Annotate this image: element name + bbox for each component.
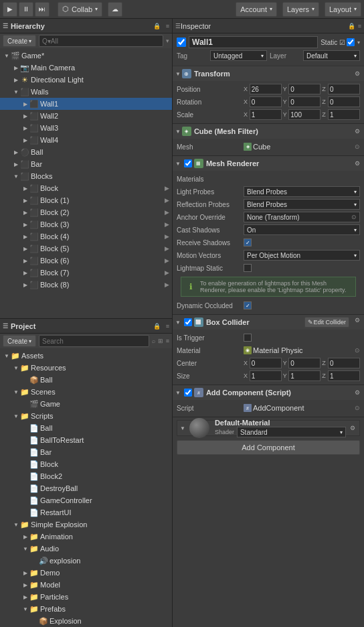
- expand-arrow-block3[interactable]: ▶: [21, 220, 29, 228]
- static-chevron[interactable]: ▾: [357, 40, 360, 46]
- expand-arrow-proj-prefabs[interactable]: ▼: [21, 605, 29, 613]
- hierarchy-search-input[interactable]: [39, 35, 163, 47]
- project-item-pref-explosion[interactable]: 📦 Explosion: [0, 615, 172, 627]
- mesh-filter-settings-icon[interactable]: ⚙: [353, 128, 361, 135]
- hierarchy-item-walls[interactable]: ▼ ⬛ Walls: [0, 86, 172, 98]
- expand-arrow-block6[interactable]: ▶: [21, 257, 29, 265]
- mesh-renderer-settings-icon[interactable]: ⚙: [353, 160, 361, 167]
- expand-arrow-wall2[interactable]: ▶: [21, 112, 29, 120]
- expand-arrow-proj-audio[interactable]: ▼: [21, 545, 29, 553]
- expand-arrow-block2[interactable]: ▶: [21, 208, 29, 216]
- project-item-res-ball[interactable]: 📦 Ball: [0, 374, 172, 386]
- center-z-input[interactable]: [328, 358, 360, 368]
- cast-shadows-dropdown[interactable]: On ▾: [244, 224, 360, 235]
- add-component-button[interactable]: Add Component: [177, 440, 360, 455]
- expand-arrow-walls[interactable]: ▼: [12, 88, 20, 96]
- hierarchy-item-block[interactable]: ▶ ⬛ Block ▶: [0, 182, 172, 194]
- project-layout-icon[interactable]: ⊞: [158, 338, 163, 344]
- transform-header[interactable]: ▼ ⊕ Transform ⚙: [173, 66, 364, 81]
- project-menu-icon2[interactable]: ≡: [166, 338, 169, 344]
- project-item-scr-block2[interactable]: 📄 Block2: [0, 470, 172, 482]
- expand-arrow-wall1[interactable]: ▶: [21, 100, 29, 108]
- expand-arrow-main-camera[interactable]: ▶: [12, 64, 20, 72]
- expand-arrow-block8[interactable]: ▶: [21, 281, 29, 289]
- add-component-script-header[interactable]: ▼ # Add Component (Script) ⚙: [173, 385, 364, 400]
- hierarchy-item-block7[interactable]: ▶ ⬛ Block (7) ▶: [0, 267, 172, 279]
- hierarchy-item-wall2[interactable]: ▶ ⬛ Wall2: [0, 110, 172, 122]
- collider-material-ref[interactable]: ◉ Material Physic: [244, 346, 355, 354]
- edit-collider-button[interactable]: ✎ Edit Collider: [304, 317, 349, 328]
- hierarchy-item-block2[interactable]: ▶ ⬛ Block (2) ▶: [0, 206, 172, 218]
- expand-arrow-proj-resources[interactable]: ▼: [12, 364, 20, 372]
- project-item-scr-block[interactable]: 📄 Block: [0, 458, 172, 470]
- size-z-input[interactable]: [328, 370, 360, 381]
- position-y-input[interactable]: [288, 84, 321, 94]
- account-button[interactable]: Account ▾: [236, 2, 277, 17]
- expand-arrow-ball[interactable]: ▶: [12, 148, 20, 156]
- expand-arrow-block4[interactable]: ▶: [21, 232, 29, 240]
- object-name-field[interactable]: [189, 36, 318, 48]
- project-item-scr-gamecontroller[interactable]: 📄 GameController: [0, 494, 172, 506]
- anchor-override-dropdown[interactable]: None (Transform) ⊙: [244, 212, 360, 222]
- light-probes-dropdown[interactable]: Blend Probes ▾: [244, 186, 360, 197]
- hierarchy-menu-icon[interactable]: ≡: [166, 23, 169, 29]
- expand-arrow-blocks[interactable]: ▼: [12, 172, 20, 180]
- mesh-select-icon[interactable]: ⊙: [355, 143, 360, 150]
- project-item-animation[interactable]: ▶ 📁 Animation: [0, 531, 172, 543]
- project-item-demo[interactable]: ▶ 📁 Demo: [0, 567, 172, 579]
- hierarchy-item-wall4[interactable]: ▶ ⬛ Wall4: [0, 134, 172, 146]
- expand-arrow-proj-scripts[interactable]: ▼: [12, 412, 20, 420]
- expand-arrow-directional-light[interactable]: ▶: [12, 76, 20, 84]
- mesh-filter-header[interactable]: ▼ ◈ Cube (Mesh Filter) ⚙: [173, 124, 364, 139]
- project-item-scr-restartui[interactable]: 📄 RestartUI: [0, 506, 172, 518]
- box-collider-header[interactable]: ▼ ⬜ Box Collider ✎ Edit Collider ⚙: [173, 315, 364, 330]
- project-item-resources[interactable]: ▼ 📁 Resources: [0, 362, 172, 374]
- is-trigger-checkbox[interactable]: [244, 334, 252, 342]
- add-component-script-settings-icon[interactable]: ⚙: [353, 389, 361, 396]
- hierarchy-item-ball[interactable]: ▶ ⚫ Ball: [0, 146, 172, 158]
- cloud-button[interactable]: ☁: [108, 2, 122, 17]
- expand-arrow-bar[interactable]: ▶: [12, 160, 20, 168]
- box-collider-settings-icon[interactable]: ⚙: [353, 317, 361, 328]
- motion-vectors-dropdown[interactable]: Per Object Motion ▾: [244, 250, 360, 261]
- expand-arrow-wall3[interactable]: ▶: [21, 124, 29, 132]
- hierarchy-item-block5[interactable]: ▶ ⬛ Block (5) ▶: [0, 242, 172, 255]
- material-header[interactable]: ▼ Default-Material Shader Standard ▾ ⚙: [177, 421, 359, 435]
- hierarchy-item-directional-light[interactable]: ▶ ☀ Directional Light: [0, 74, 172, 86]
- size-y-input[interactable]: [288, 370, 321, 381]
- layers-button[interactable]: Layers ▾: [282, 2, 319, 17]
- hierarchy-item-blocks[interactable]: ▼ ⬛ Blocks: [0, 170, 172, 182]
- expand-arrow-block1[interactable]: ▶: [21, 196, 29, 204]
- project-item-scr-destroyball[interactable]: 📄 DestroyBall: [0, 482, 172, 494]
- hierarchy-lock-icon[interactable]: 🔒: [153, 23, 161, 29]
- rotation-y-input[interactable]: [288, 96, 321, 107]
- static-checkbox[interactable]: [347, 38, 355, 46]
- project-search-input[interactable]: [39, 335, 149, 347]
- hierarchy-item-block4[interactable]: ▶ ⬛ Block (4) ▶: [0, 230, 172, 242]
- project-search-icon[interactable]: ⌕: [152, 338, 155, 344]
- project-item-simple-explosion[interactable]: ▼ 📁 Simple Explosion: [0, 518, 172, 531]
- collider-material-select-icon[interactable]: ⊙: [355, 347, 360, 354]
- position-z-input[interactable]: [328, 84, 360, 94]
- hierarchy-item-block1[interactable]: ▶ ⬛ Block (1) ▶: [0, 194, 172, 206]
- hierarchy-item-wall1[interactable]: ▶ ⬛ Wall1: [0, 98, 172, 110]
- mesh-ref-field[interactable]: ◈ Cube: [244, 143, 353, 151]
- project-item-model[interactable]: ▶ 📁 Model: [0, 579, 172, 591]
- expand-arrow-proj-simple-explosion[interactable]: ▼: [12, 520, 20, 529]
- rotation-x-input[interactable]: [250, 96, 282, 107]
- project-item-scenes[interactable]: ▼ 📁 Scenes: [0, 386, 172, 398]
- project-item-scene-game[interactable]: 🎬 Game: [0, 398, 172, 410]
- play-button[interactable]: ▶: [3, 2, 17, 17]
- project-item-scr-ball[interactable]: 📄 Ball: [0, 422, 172, 434]
- project-lock-icon[interactable]: 🔒: [153, 323, 161, 330]
- center-x-input[interactable]: [250, 358, 282, 368]
- collab-button[interactable]: ⬡ Collab ▾: [58, 2, 102, 17]
- hierarchy-filter-icon[interactable]: ▾: [166, 38, 169, 44]
- hierarchy-item-block6[interactable]: ▶ ⬛ Block (6) ▶: [0, 255, 172, 267]
- script-ref-field[interactable]: # AddComponent: [244, 404, 355, 412]
- shader-dropdown[interactable]: Standard ▾: [237, 427, 346, 437]
- dynamic-occluded-checkbox[interactable]: ✓: [244, 301, 252, 309]
- project-item-scr-bar[interactable]: 📄 Bar: [0, 446, 172, 458]
- project-item-particles[interactable]: ▶ 📁 Particles: [0, 591, 172, 603]
- scale-z-input[interactable]: [328, 109, 360, 120]
